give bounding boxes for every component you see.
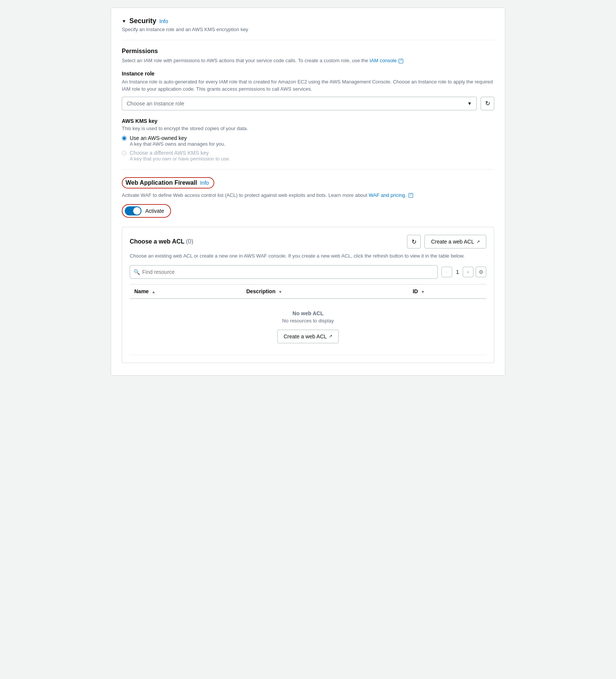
waf-external-link-icon: [409, 193, 413, 198]
section-info-link[interactable]: Info: [159, 18, 168, 24]
dropdown-arrow-icon: ▼: [467, 101, 472, 106]
kms-option-different-key: Choose a different AWS KMS key A key tha…: [122, 150, 494, 162]
collapse-icon[interactable]: ▼: [122, 19, 126, 24]
waf-activate-highlight: Activate: [122, 204, 171, 218]
section-title: Security: [129, 17, 156, 25]
security-panel: ▼ Security Info Specify an Instance role…: [111, 8, 505, 376]
permissions-title: Permissions: [122, 48, 494, 55]
waf-title-highlight: Web Application Firewall Info: [122, 177, 214, 189]
search-wrapper: 🔍: [130, 265, 438, 279]
table-header-id[interactable]: ID ▼: [408, 284, 486, 299]
web-acl-description: Choose an existing web ACL or create a n…: [130, 252, 486, 260]
waf-desc-text: Activate WAF to define Web access contro…: [122, 192, 367, 198]
create-web-acl-inline-button[interactable]: Create a web ACL ↗: [277, 330, 339, 343]
web-acl-title: Choose a web ACL: [130, 238, 184, 245]
section-divider: [122, 40, 494, 40]
web-acl-table: Name ▲ Description ▼ ID ▼: [130, 284, 486, 355]
instance-role-description: An Instance role is auto-generated for e…: [122, 78, 494, 93]
kms-option-aws-owned-label: Use an AWS-owned key: [130, 135, 225, 141]
permissions-description: Select an IAM role with permissions to A…: [122, 57, 494, 64]
instance-role-placeholder: Choose an Instance role: [127, 101, 184, 107]
empty-subtitle: No resources to display: [134, 318, 482, 324]
kms-option-aws-owned: Use an AWS-owned key A key that AWS owns…: [122, 135, 494, 147]
external-link-icon-inline: ↗: [329, 334, 332, 339]
kms-description: This key is used to encrypt the stored c…: [122, 126, 494, 131]
web-acl-header: Choose a web ACL (0) ↻ Create a web ACL …: [130, 235, 486, 248]
web-acl-box: Choose a web ACL (0) ↻ Create a web ACL …: [122, 227, 494, 363]
table-empty-cell: No web ACL No resources to display Creat…: [130, 299, 486, 355]
instance-role-label: Instance role: [122, 71, 494, 77]
table-header-row: Name ▲ Description ▼ ID ▼: [130, 284, 486, 299]
id-sort-icon: ▼: [421, 290, 425, 294]
waf-toggle-thumb: [133, 207, 141, 215]
web-acl-count: (0): [186, 238, 193, 245]
page-number: 1: [454, 269, 460, 275]
web-acl-header-buttons: ↻ Create a web ACL ↗: [407, 235, 486, 248]
waf-description: Activate WAF to define Web access contro…: [122, 192, 494, 199]
instance-role-refresh-button[interactable]: ↻: [481, 97, 494, 110]
table-settings-button[interactable]: ⚙: [476, 267, 486, 277]
waf-title: Web Application Firewall: [126, 179, 197, 186]
waf-title-row: Web Application Firewall Info: [122, 177, 494, 189]
search-pagination-row: 🔍 ‹ 1 › ⚙: [130, 265, 486, 279]
iam-console-link[interactable]: IAM console: [369, 58, 403, 63]
create-web-acl-button[interactable]: Create a web ACL ↗: [424, 235, 486, 248]
page-next-button[interactable]: ›: [463, 267, 473, 277]
description-sort-icon: ▼: [278, 290, 282, 294]
section-subtitle: Specify an Instance role and an AWS KMS …: [122, 27, 494, 32]
external-link-icon: [399, 59, 403, 63]
waf-toggle-label: Activate: [145, 208, 164, 214]
kms-option-different-key-label: Choose a different AWS KMS key: [130, 150, 230, 156]
kms-radio-different-key[interactable]: [122, 151, 127, 156]
kms-option-aws-owned-desc: A key that AWS owns and manages for you.: [130, 141, 225, 147]
table-header-name[interactable]: Name ▲: [130, 284, 242, 299]
waf-toggle-switch[interactable]: [125, 206, 141, 215]
kms-option-different-key-desc: A key that you own or have permission to…: [130, 156, 230, 162]
kms-section: AWS KMS key This key is used to encrypt …: [122, 118, 494, 162]
empty-title: No web ACL: [134, 310, 482, 316]
instance-role-row: Choose an Instance role ▼ ↻: [122, 97, 494, 110]
kms-radio-aws-owned[interactable]: [122, 136, 127, 141]
waf-toggle-track: [125, 206, 141, 215]
waf-pricing-link[interactable]: WAF and pricing.: [369, 192, 413, 198]
permissions-section: Permissions Select an IAM role with perm…: [122, 48, 494, 110]
name-sort-icon: ▲: [152, 290, 156, 294]
web-acl-refresh-button[interactable]: ↻: [407, 235, 421, 248]
pagination-controls: ‹ 1 › ⚙: [442, 267, 486, 277]
waf-divider: [122, 169, 494, 170]
instance-role-select[interactable]: Choose an Instance role ▼: [122, 97, 477, 110]
section-header: ▼ Security Info: [122, 17, 494, 25]
kms-label: AWS KMS key: [122, 118, 494, 124]
permissions-desc-text: Select an IAM role with permissions to A…: [122, 58, 368, 63]
waf-section: Web Application Firewall Info Activate W…: [122, 177, 494, 363]
search-input[interactable]: [130, 265, 438, 279]
waf-toggle-row: Activate: [122, 204, 494, 218]
table-empty-row: No web ACL No resources to display Creat…: [130, 299, 486, 355]
page-prev-button[interactable]: ‹: [442, 267, 452, 277]
table-header-description[interactable]: Description ▼: [242, 284, 408, 299]
external-link-icon-btn: ↗: [476, 239, 480, 244]
waf-info-link[interactable]: Info: [200, 180, 209, 186]
